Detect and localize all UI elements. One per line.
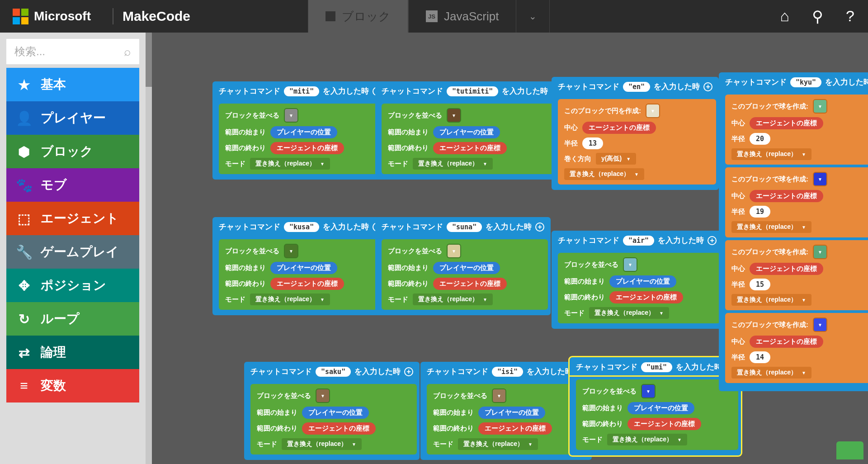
operator-dropdown[interactable]: 置き換え（replace） ▼ <box>731 367 811 379</box>
category-2[interactable]: ⬢ブロック <box>6 135 139 168</box>
chat-command-value[interactable]: "isi" <box>492 367 523 377</box>
player-position[interactable]: プレイヤーの位置 <box>433 262 500 274</box>
tab-javascript[interactable]: JS JavaScript <box>408 0 516 33</box>
chat-command-value[interactable]: "kusa" <box>284 222 319 232</box>
block-picker[interactable]: ▼ <box>284 244 298 258</box>
player-position[interactable]: プレイヤーの位置 <box>270 126 337 138</box>
tab-dropdown[interactable]: ⌄ <box>516 0 550 33</box>
chat-block-en[interactable]: チャットコマンド "en" を入力した時+このブロックで円を作成: ▼中心 エー… <box>552 77 719 190</box>
chat-block-isi[interactable]: チャットコマンド "isi" を入力した時+ブロックを並べる ▼範囲の始まり プ… <box>420 362 592 460</box>
fill-block[interactable]: ブロックを並べる ▼範囲の始まり プレイヤーの位置範囲の終わり エージェントの座… <box>558 253 720 323</box>
fill-block[interactable]: ブロックを並べる ▼範囲の始まり プレイヤーの位置範囲の終わり エージェントの座… <box>427 384 589 455</box>
sphere-block[interactable]: このブロックで球を作成: ▼中心 エージェントの座標半径 20置き換え（repl… <box>725 95 868 165</box>
fill-block[interactable]: ブロックを並べる ▼範囲の始まり プレイヤーの位置範囲の終わり エージェントの座… <box>219 239 385 310</box>
chat-block-kusa[interactable]: チャットコマンド "kusa" を入力した時+ブロックを並べる ▼範囲の始まり … <box>212 217 388 315</box>
block-picker[interactable]: ▼ <box>646 104 660 118</box>
chat-block-suna[interactable]: チャットコマンド "suna" を入力した時+ブロックを並べる ▼範囲の始まり … <box>375 217 551 315</box>
block-hat[interactable]: チャットコマンド "tutimiti" を入力した時+ <box>375 81 567 101</box>
mode-dropdown[interactable]: 置き換え（replace） ▼ <box>250 158 330 170</box>
block-hat[interactable]: チャットコマンド "suna" を入力した時+ <box>375 217 551 237</box>
block-picker[interactable]: ▼ <box>492 388 506 403</box>
search-input[interactable]: 検索... ⌕ <box>6 39 139 64</box>
sphere-block[interactable]: このブロックで球を作成: ▼中心 エージェントの座標半径 14置き換え（repl… <box>725 313 868 383</box>
agent-position[interactable]: エージェントの座標 <box>582 122 656 134</box>
fill-block[interactable]: ブロックを並べる ▼範囲の始まり プレイヤーの位置範囲の終わり エージェントの座… <box>250 384 417 455</box>
mode-dropdown[interactable]: 置き換え（replace） ▼ <box>607 434 687 445</box>
block-picker[interactable]: ▼ <box>623 257 637 272</box>
category-8[interactable]: ⇄論理 <box>6 336 139 369</box>
chat-block-umi[interactable]: チャットコマンド "umi" を入力した時+ブロックを並べる ▼範囲の始まり プ… <box>570 357 741 455</box>
category-4[interactable]: ⬚エージェント <box>6 202 139 235</box>
plus-icon[interactable]: + <box>708 236 717 245</box>
fill-block[interactable]: ブロックを並べる ▼範囲の始まり プレイヤーの位置範囲の終わり エージェントの座… <box>382 239 548 310</box>
chat-block-saku[interactable]: チャットコマンド "saku" を入力した時+ブロックを並べる ▼範囲の始まり … <box>244 362 420 460</box>
agent-position[interactable]: エージェントの座標 <box>750 263 823 275</box>
operator-dropdown[interactable]: 置き換え（replace） ▼ <box>731 294 811 306</box>
block-picker[interactable]: ▼ <box>447 108 461 123</box>
category-5[interactable]: 🔧ゲームプレイ <box>6 235 139 269</box>
plus-icon[interactable]: + <box>703 82 712 91</box>
agent-position[interactable]: エージェントの座標 <box>270 142 344 154</box>
chat-command-value[interactable]: "en" <box>623 82 650 92</box>
sphere-block[interactable]: このブロックで球を作成: ▼中心 エージェントの座標半径 15置き換え（repl… <box>725 240 868 310</box>
radius-value[interactable]: 13 <box>582 137 603 149</box>
block-picker[interactable]: ▼ <box>641 384 656 398</box>
mode-dropdown[interactable]: 置き換え（replace） ▼ <box>413 158 493 170</box>
category-7[interactable]: ↻ループ <box>6 302 139 336</box>
tab-blocks[interactable]: ブロック <box>308 0 408 33</box>
chat-block-tutimiti[interactable]: チャットコマンド "tutimiti" を入力した時+ブロックを並べる ▼範囲の… <box>375 81 567 180</box>
agent-position[interactable]: エージェントの座標 <box>750 190 823 202</box>
block-hat[interactable]: チャットコマンド "isi" を入力した時+ <box>420 362 592 381</box>
player-position[interactable]: プレイヤーの位置 <box>609 275 676 288</box>
category-1[interactable]: 👤プレイヤー <box>6 101 139 135</box>
plus-icon[interactable]: + <box>535 223 544 232</box>
agent-position[interactable]: エージェントの座標 <box>750 336 823 348</box>
chat-block-air[interactable]: チャットコマンド "air" を入力した時+ブロックを並べる ▼範囲の始まり プ… <box>552 231 723 329</box>
agent-position[interactable]: エージェントの座標 <box>750 117 823 129</box>
operator-dropdown[interactable]: 置き換え（replace） ▼ <box>564 168 644 180</box>
block-hat[interactable]: チャットコマンド "umi" を入力した時+ <box>570 357 741 377</box>
agent-position[interactable]: エージェントの座標 <box>433 142 507 154</box>
player-position[interactable]: プレイヤーの位置 <box>627 402 694 414</box>
mode-dropdown[interactable]: 置き換え（replace） ▼ <box>250 294 330 305</box>
fill-block[interactable]: ブロックを並べる ▼範囲の始まり プレイヤーの位置範囲の終わり エージェントの座… <box>219 104 385 174</box>
block-hat[interactable]: チャットコマンド "miti" を入力した時+ <box>212 81 388 101</box>
chat-command-value[interactable]: "umi" <box>641 362 672 372</box>
category-6[interactable]: ✥ポジション <box>6 269 139 302</box>
agent-position[interactable]: エージェントの座標 <box>270 278 344 290</box>
chat-command-value[interactable]: "miti" <box>284 86 319 96</box>
mode-dropdown[interactable]: 置き換え（replace） ▼ <box>413 294 493 305</box>
operator-dropdown[interactable]: 置き換え（replace） ▼ <box>731 148 811 160</box>
mode-dropdown[interactable]: 置き換え（replace） ▼ <box>282 438 362 450</box>
chat-block-miti[interactable]: チャットコマンド "miti" を入力した時+ブロックを並べる ▼範囲の始まり … <box>212 81 388 180</box>
block-picker[interactable]: ▼ <box>447 244 461 258</box>
block-hat[interactable]: チャットコマンド "kusa" を入力した時+ <box>212 217 388 237</box>
share-icon[interactable]: ⚲ <box>812 7 823 25</box>
fill-block[interactable]: ブロックを並べる ▼範囲の始まり プレイヤーの位置範囲の終わり エージェントの座… <box>382 104 564 174</box>
block-hat[interactable]: チャットコマンド "saku" を入力した時+ <box>244 362 420 381</box>
player-position[interactable]: プレイヤーの位置 <box>478 407 545 419</box>
sphere-block[interactable]: このブロックで球を作成: ▼中心 エージェントの座標半径 19置き換え（repl… <box>725 167 868 237</box>
block-picker[interactable]: ▼ <box>813 99 827 114</box>
chat-command-value[interactable]: "saku" <box>316 367 351 377</box>
chat-command-value[interactable]: "tutimiti" <box>447 86 498 96</box>
agent-position[interactable]: エージェントの座標 <box>609 291 683 303</box>
player-position[interactable]: プレイヤーの位置 <box>433 126 500 138</box>
sidebar-scrollbar[interactable] <box>146 33 152 464</box>
radius-value[interactable]: 20 <box>750 133 770 145</box>
category-0[interactable]: ★基本 <box>6 68 139 101</box>
block-picker[interactable]: ▼ <box>813 172 827 186</box>
agent-position[interactable]: エージェントの座標 <box>627 418 701 430</box>
help-icon[interactable]: ? <box>846 7 854 25</box>
chat-command-value[interactable]: "kyu" <box>790 77 821 87</box>
operator-dropdown[interactable]: 置き換え（replace） ▼ <box>731 221 811 233</box>
player-position[interactable]: プレイヤーの位置 <box>302 407 369 419</box>
category-9[interactable]: ≡変数 <box>6 369 139 402</box>
block-hat[interactable]: チャットコマンド "kyu" を入力した時+ <box>719 72 868 92</box>
player-position[interactable]: プレイヤーの位置 <box>270 262 337 274</box>
orientation-dropdown[interactable]: y(高低) ▼ <box>596 153 636 165</box>
block-picker[interactable]: ▼ <box>813 317 827 332</box>
home-icon[interactable]: ⌂ <box>780 7 790 25</box>
mode-dropdown[interactable]: 置き換え（replace） ▼ <box>589 307 669 319</box>
block-picker[interactable]: ▼ <box>813 245 827 259</box>
